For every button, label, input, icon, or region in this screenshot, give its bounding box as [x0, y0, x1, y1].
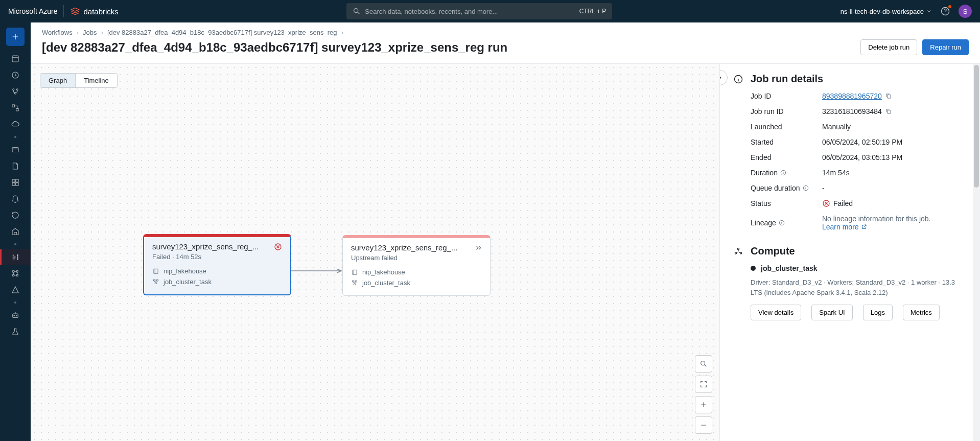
info-icon[interactable] [780, 169, 787, 176]
svg-rect-7 [12, 105, 15, 107]
task-node-2[interactable]: survey123_xprize_sens_reg_... Upstream f… [342, 235, 491, 296]
sidebar-item-recents[interactable] [0, 67, 31, 83]
sidebar-item-dashboards[interactable] [0, 175, 31, 190]
flask-icon [11, 327, 20, 336]
tab-timeline[interactable]: Timeline [75, 74, 117, 87]
sidebar-item-sql[interactable] [0, 142, 31, 157]
job-id-link[interactable]: 893898881965720 [822, 92, 882, 100]
help-button[interactable] [940, 6, 950, 16]
breadcrumb-jobs[interactable]: Jobs [83, 29, 97, 36]
metrics-button[interactable]: Metrics [903, 305, 940, 320]
search-icon [699, 360, 708, 368]
main-content: Workflows › Jobs › [dev 82883a27_dfea_4d… [31, 22, 980, 441]
task-1-catalog-label: nip_lakehouse [164, 267, 206, 275]
brand-databricks-label: databricks [83, 7, 118, 16]
compute-section-head: Compute [733, 245, 967, 257]
history-icon [11, 211, 20, 220]
catalog-icon [11, 87, 20, 96]
info-icon[interactable] [778, 219, 785, 226]
spark-ui-button[interactable]: Spark UI [811, 305, 853, 320]
value-started: 06/05/2024, 02:50:19 PM [822, 138, 967, 146]
breadcrumb-job[interactable]: [dev 82883a27_dfea_4d94_b18c_93aedbc6717… [107, 29, 337, 36]
sidebar-item-job-runs[interactable] [0, 249, 31, 265]
fit-screen-button[interactable] [695, 376, 712, 393]
breadcrumbs: Workflows › Jobs › [dev 82883a27_dfea_4d… [42, 29, 969, 36]
copy-icon[interactable] [885, 92, 892, 100]
svg-rect-20 [16, 274, 18, 276]
duration-label-text: Duration [751, 169, 778, 177]
breadcrumb-workflows[interactable]: Workflows [42, 29, 73, 36]
status-text: Failed [833, 199, 853, 207]
top-bar: Microsoft Azure databricks Search data, … [0, 0, 980, 22]
view-details-button[interactable]: View details [751, 305, 801, 320]
task-2-title: survey123_xprize_sens_reg_... [351, 243, 472, 252]
tab-graph[interactable]: Graph [40, 74, 75, 87]
task-2-catalog-label: nip_lakehouse [362, 268, 405, 276]
top-right: ns-ii-tech-dev-db-workspace S [841, 5, 972, 18]
sidebar-item-workflows[interactable] [0, 100, 31, 115]
sidebar-divider-2 [14, 243, 16, 245]
sidebar-item-ml[interactable] [0, 308, 31, 323]
sidebar-item-catalog[interactable] [0, 84, 31, 99]
cluster-row: job_cluster_task [751, 264, 967, 272]
global-search[interactable]: Search data, notebooks, recents, and mor… [346, 3, 612, 19]
sidebar-item-history[interactable] [0, 207, 31, 223]
svg-point-16 [17, 259, 18, 260]
svg-rect-37 [887, 110, 890, 113]
user-avatar[interactable]: S [959, 5, 972, 18]
info-icon[interactable] [802, 184, 809, 192]
sidebar-item-workspace[interactable] [0, 51, 31, 66]
task-node-1[interactable]: survey123_xprize_sens_reg_... Failed · 1… [143, 234, 291, 295]
sidebar-item-warehouse[interactable] [0, 224, 31, 239]
canvas-search-button[interactable] [695, 355, 712, 373]
compute-section: Compute job_cluster_task Driver: Standar… [733, 245, 967, 320]
repair-run-button[interactable]: Repair run [922, 39, 969, 55]
scrollbar-thumb[interactable] [974, 65, 979, 188]
svg-rect-28 [156, 280, 158, 281]
graph-canvas[interactable]: Graph Timeline survey123_xprize_sens_reg… [31, 64, 719, 441]
collapse-panel-button[interactable] [719, 70, 728, 85]
brand-azure: Microsoft Azure [8, 7, 57, 15]
svg-rect-13 [16, 183, 18, 185]
learn-more-link[interactable]: Learn more [822, 223, 867, 231]
skipped-icon [475, 244, 482, 251]
lineage-text: No lineage information for this job. [822, 215, 967, 223]
query-icon [11, 161, 20, 171]
delete-run-button[interactable]: Delete job run [860, 39, 917, 55]
workspace-selector[interactable]: ns-ii-tech-dev-db-workspace [841, 8, 932, 15]
logs-button[interactable]: Logs [863, 305, 893, 320]
label-launched: Launched [751, 123, 822, 131]
sidebar-item-queries[interactable] [0, 158, 31, 174]
sidebar-item-delta[interactable] [0, 282, 31, 297]
sidebar-item-experiments[interactable] [0, 324, 31, 339]
cluster-icon [351, 280, 358, 287]
value-ended: 06/05/2024, 03:05:13 PM [822, 153, 967, 161]
chevron-right-icon: › [101, 29, 103, 36]
value-duration: 14m 54s [822, 169, 967, 177]
copy-icon[interactable] [885, 108, 892, 115]
minus-icon [699, 421, 708, 429]
title-row: [dev 82883a27_dfea_4d94_b18c_93aedbc6717… [42, 39, 969, 55]
label-job-id: Job ID [751, 92, 822, 100]
sidebar-create-button[interactable] [6, 28, 25, 46]
cloud-icon [11, 120, 20, 129]
brand-databricks[interactable]: databricks [70, 6, 118, 16]
svg-point-22 [14, 315, 15, 316]
svg-rect-30 [353, 270, 357, 274]
clock-icon [11, 71, 20, 80]
svg-rect-19 [13, 274, 14, 276]
svg-rect-12 [12, 183, 15, 185]
sidebar-item-ingestion[interactable] [0, 266, 31, 281]
task-1-status: Failed · 14m 52s [152, 253, 282, 261]
search-wrap: Search data, notebooks, recents, and mor… [119, 3, 841, 19]
sidebar-item-alerts[interactable] [0, 191, 31, 206]
zoom-out-button[interactable] [695, 416, 712, 434]
sidebar-item-compute[interactable] [0, 117, 31, 132]
brand-group: Microsoft Azure databricks [8, 5, 119, 17]
scrollbar[interactable] [973, 64, 980, 441]
zoom-in-button[interactable] [695, 396, 712, 413]
value-queue: - [822, 184, 967, 192]
label-run-id: Job run ID [751, 107, 822, 115]
chevron-right-icon: › [341, 29, 343, 36]
task-2-status: Upstream failed [351, 254, 482, 262]
